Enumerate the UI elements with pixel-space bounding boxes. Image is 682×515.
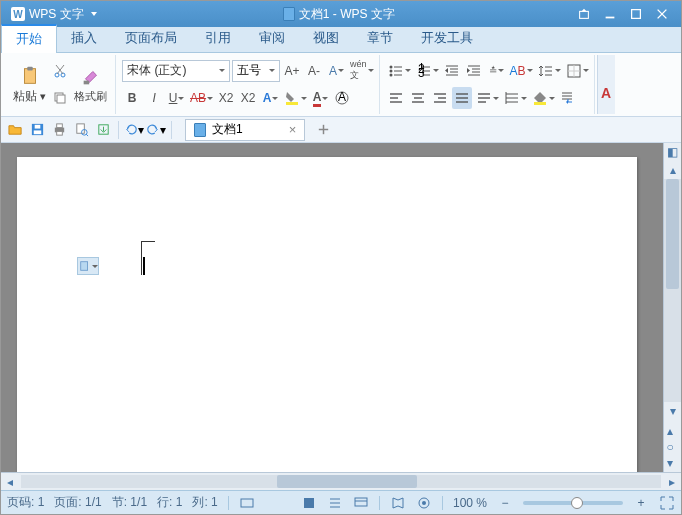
paste-options-button[interactable] [77,257,99,275]
font-color-button[interactable]: A [310,87,330,109]
bullet-list-button[interactable] [386,60,412,82]
shrink-font-button[interactable]: A- [304,60,324,82]
asian-layout-button[interactable]: ≛ [486,60,506,82]
subscript-button[interactable]: X2 [238,87,258,109]
zoom-out-button[interactable]: − [497,495,513,511]
document-canvas[interactable] [1,143,663,472]
scroll-right-button[interactable]: ▸ [663,473,681,490]
tab-home[interactable]: 开始 [1,24,57,53]
scroll-up-button[interactable]: ▴ [664,161,681,179]
horizontal-scrollbar[interactable]: ◂ ▸ [1,472,681,490]
borders-button[interactable] [564,60,590,82]
underline-button[interactable]: U [166,87,186,109]
format-painter-button[interactable]: 格式刷 [70,55,111,114]
highlight-button[interactable] [282,87,308,109]
text-direction-button[interactable]: AB [508,60,534,82]
view-print-layout-button[interactable] [301,495,317,511]
italic-button[interactable]: I [144,87,164,109]
clipboard-icon [19,65,41,87]
zoom-knob[interactable] [571,497,583,509]
vscroll-thumb[interactable] [666,179,679,289]
svg-rect-80 [304,498,314,508]
svg-rect-67 [33,130,41,134]
scroll-left-button[interactable]: ◂ [1,473,19,490]
print-button[interactable] [49,120,69,140]
align-right-button[interactable] [430,87,450,109]
save-button[interactable] [27,120,47,140]
tab-chapter[interactable]: 章节 [353,25,407,52]
brush-icon [80,66,102,88]
hscroll-thumb[interactable] [277,475,417,488]
superscript-button[interactable]: X2 [216,87,236,109]
vscroll-track[interactable] [664,179,681,402]
print-preview-button[interactable] [71,120,91,140]
redo-button[interactable]: ▾ [146,120,166,140]
document-tab[interactable]: 文档1 × [185,119,305,141]
font-name-select[interactable]: 宋体 (正文) [122,60,230,82]
scroll-down-button[interactable]: ▾ [664,402,681,420]
sidebar-toggle-icon[interactable]: ◧ [664,143,681,161]
text-effect-button[interactable]: A [260,87,280,109]
svg-rect-71 [56,131,62,135]
tab-references[interactable]: 引用 [191,25,245,52]
tab-stops-button[interactable] [502,87,528,109]
ribbon: 粘贴 ▾ 格式刷 宋体 (正文) 五号 A+ A- A wén文 B I U [1,53,681,117]
open-button[interactable] [5,120,25,140]
tab-view[interactable]: 视图 [299,25,353,52]
clear-format-button[interactable]: A [326,60,346,82]
vertical-scrollbar[interactable]: ◧ ▴ ▾ ▴ ○ ▾ [663,143,681,472]
bold-button[interactable]: B [122,87,142,109]
zoom-in-button[interactable]: + [633,495,649,511]
close-tab-button[interactable]: × [289,122,297,137]
view-web-button[interactable] [353,495,369,511]
tab-developer[interactable]: 开发工具 [407,25,487,52]
fullscreen-button[interactable] [659,495,675,511]
line-spacing-button[interactable] [536,60,562,82]
status-page-of: 页面: 1/1 [54,494,101,511]
export-button[interactable] [93,120,113,140]
zoom-slider[interactable] [523,501,623,505]
font-size-select[interactable]: 五号 [232,60,280,82]
distribute-button[interactable] [474,87,500,109]
grow-font-button[interactable]: A+ [282,60,302,82]
strikethrough-button[interactable]: AB [188,87,214,109]
share-button[interactable] [575,5,593,23]
shading-button[interactable] [530,87,556,109]
align-center-button[interactable] [408,87,428,109]
phonetic-guide-button[interactable]: wén文 [348,60,375,82]
cut-button[interactable] [50,60,70,82]
enclose-char-button[interactable]: A [332,87,352,109]
protect-eyes-button[interactable] [416,495,432,511]
status-col: 列: 1 [192,494,217,511]
minimize-button[interactable] [601,5,619,23]
close-button[interactable] [653,5,671,23]
app-menu-button[interactable]: W WPS 文字 [5,6,103,23]
svg-rect-14 [286,102,298,105]
next-page-button[interactable]: ▾ [667,456,679,468]
paste-button[interactable]: 粘贴 ▾ [9,55,50,114]
undo-button[interactable]: ▾ [124,120,144,140]
svg-point-17 [389,65,392,68]
new-tab-button[interactable] [313,120,333,140]
decrease-indent-button[interactable] [442,60,462,82]
styles-pane-toggle[interactable]: A [597,55,615,114]
maximize-button[interactable] [627,5,645,23]
zoom-value[interactable]: 100 % [453,496,487,510]
view-outline-button[interactable] [327,495,343,511]
show-marks-button[interactable] [558,87,578,109]
tab-review[interactable]: 审阅 [245,25,299,52]
tab-page-layout[interactable]: 页面布局 [111,25,191,52]
spellcheck-button[interactable] [239,495,255,511]
prev-page-button[interactable]: ▴ [667,424,679,436]
copy-button[interactable] [50,87,70,109]
reading-mode-button[interactable] [390,495,406,511]
increase-indent-button[interactable] [464,60,484,82]
number-list-button[interactable]: 123 [414,60,440,82]
hscroll-track[interactable] [21,475,661,488]
browse-tools: ▴ ○ ▾ [664,420,681,472]
browse-object-button[interactable]: ○ [667,440,679,452]
page[interactable] [17,157,637,472]
tab-insert[interactable]: 插入 [57,25,111,52]
align-justify-button[interactable] [452,87,472,109]
align-left-button[interactable] [386,87,406,109]
